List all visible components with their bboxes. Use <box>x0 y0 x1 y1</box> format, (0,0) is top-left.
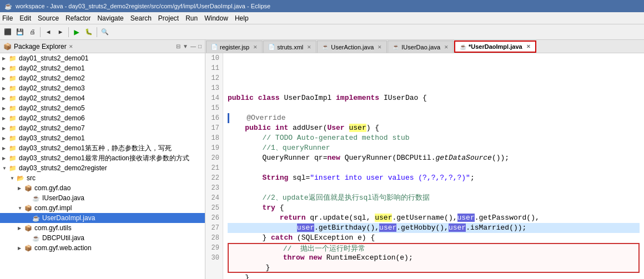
back-button[interactable]: ◀ <box>43 27 54 38</box>
tree-item[interactable]: ▶📁day02_struts2_demo4 <box>0 93 205 103</box>
tree-icon: 📦 <box>24 185 33 192</box>
menu-project[interactable]: Project <box>158 14 179 22</box>
save-button[interactable]: 💾 <box>14 27 26 38</box>
tree-label: com.gyf.dao <box>34 184 71 192</box>
tree-item[interactable]: ▶📦com.gyf.utils <box>0 223 205 233</box>
tree-item[interactable]: ▶📁day02_struts2_demo3 <box>0 83 205 93</box>
pe-tree: ▶📁day01_struts2_demo01▶📁day02_struts2_de… <box>0 53 205 279</box>
line-number: 17 <box>209 123 219 133</box>
tab-close[interactable]: ✕ <box>307 44 311 50</box>
tab-register_jsp[interactable]: 📄register.jsp✕ <box>206 40 263 53</box>
tab-UserAction_java[interactable]: ☕UserAction.java✕ <box>317 40 387 53</box>
debug-button[interactable]: 🐛 <box>83 27 94 38</box>
line-number: 18 <box>209 133 219 143</box>
menu-help[interactable]: Help <box>235 14 249 22</box>
tree-label: com.gyf.utils <box>34 224 72 232</box>
tree-item[interactable]: ▶📁day02_struts2_demo5 <box>0 103 205 113</box>
tree-item[interactable]: ▶📁day01_struts2_demo01 <box>0 53 205 63</box>
run-button[interactable]: ▶ <box>71 27 82 38</box>
tree-label: day02_struts2_demo4 <box>19 94 85 102</box>
menu-refactor[interactable]: Refactor <box>66 14 90 22</box>
pe-max-icon[interactable]: □ <box>198 43 202 49</box>
line-number: 12 <box>209 73 219 83</box>
tree-label: day03_struts2_demo1最常用的action接收请求参数的方式 <box>19 154 189 163</box>
code-line: String sql="insert into user values (?,?… <box>228 173 640 183</box>
code-line: return qr.update(sql, user.getUsername()… <box>228 213 640 223</box>
print-button[interactable]: 🖨 <box>27 27 38 38</box>
tree-item[interactable]: ▶📁day02_struts2_demo2 <box>0 73 205 83</box>
tree-icon: 📁 <box>9 75 18 82</box>
toolbar: ⬛ 💾 🖨 ◀ ▶ ▶ 🐛 🔍 <box>0 24 644 40</box>
tree-label: day03_struts2_demo1 <box>19 134 85 142</box>
line-number: 11 <box>209 63 219 73</box>
code-line: //2、update返回值就是执行sql语句影响的行数据 <box>228 193 640 203</box>
tree-label: day03_struts2_demo1第五种，静态参数注入，写死 <box>19 144 172 153</box>
tree-arrow: ▼ <box>10 176 17 181</box>
pe-header-right: ⊟ ▼ — □ <box>176 43 202 49</box>
pe-icon: 📦 <box>3 43 12 50</box>
tree-icon: 📁 <box>9 135 18 142</box>
search-button[interactable]: 🔍 <box>99 27 110 38</box>
code-line: user.getBirthday(),user.getHobby(),user.… <box>228 223 640 233</box>
tree-icon: 📂 <box>17 175 26 182</box>
menu-search[interactable]: Search <box>130 14 152 22</box>
tree-item[interactable]: ☕IUserDao.java <box>0 193 205 203</box>
line-number: 27 <box>209 223 219 233</box>
tree-item[interactable]: ☕UserDaoImpl.java <box>0 213 205 223</box>
tab-close[interactable]: ✕ <box>526 44 531 49</box>
line-number: 14 <box>209 93 219 103</box>
fwd-button[interactable]: ▶ <box>55 27 66 38</box>
line-number: 28 <box>209 233 219 243</box>
sep2 <box>68 27 69 37</box>
tree-item[interactable]: ▶📦com.gyf.dao <box>0 183 205 193</box>
tree-item[interactable]: ▶📁day03_struts2_demo1最常用的action接收请求参数的方式 <box>0 153 205 163</box>
code-line <box>228 83 640 93</box>
tree-icon: ☕ <box>32 215 41 222</box>
menu-source[interactable]: Source <box>38 14 59 22</box>
line-number: 20 <box>209 153 219 163</box>
code-line: @Override <box>228 113 640 123</box>
tree-label: com.gyf.impl <box>34 204 72 212</box>
tab-_UserDaoImpl_java[interactable]: ☕*UserDaoImpl.java✕ <box>454 40 536 53</box>
menu-window[interactable]: Window <box>204 14 228 22</box>
line-number: 19 <box>209 143 219 153</box>
menu-navigate[interactable]: Navigate <box>97 14 123 22</box>
tree-item[interactable]: ☕DBCPUtil.java <box>0 233 205 243</box>
tree-arrow: ▶ <box>2 136 9 141</box>
tab-close[interactable]: ✕ <box>253 44 258 50</box>
tree-arrow: ▶ <box>2 96 9 101</box>
title-bar: ☕ workspace - Java - day03_struts2_demo2… <box>0 0 644 12</box>
tree-item[interactable]: ▶📁day02_struts2_demo1 <box>0 63 205 73</box>
tab-close[interactable]: ✕ <box>378 44 382 50</box>
pe-min-icon[interactable]: — <box>190 43 196 49</box>
code-line: public int addUser(User user) { <box>228 123 640 133</box>
new-button[interactable]: ⬛ <box>2 27 13 38</box>
menu-run[interactable]: Run <box>185 14 198 22</box>
pe-collapse-icon[interactable]: ⊟ <box>176 43 180 49</box>
tree-label: src <box>27 174 36 182</box>
tab-label: IUserDao.java <box>401 44 440 50</box>
line-number: 26 <box>209 213 219 223</box>
line-numbers: 1011121314151617181920212223242526272829… <box>205 53 223 279</box>
tree-label: UserDaoImpl.java <box>42 214 95 222</box>
tree-icon: 📁 <box>9 95 18 102</box>
tab-icon: 📄 <box>268 44 275 50</box>
tree-item[interactable]: ▼📂src <box>0 173 205 183</box>
tab-IUserDao_java[interactable]: ☕IUserDao.java✕ <box>388 40 454 53</box>
tab-struts_xml[interactable]: 📄struts.xml✕ <box>263 40 316 53</box>
code-editor[interactable]: 1011121314151617181920212223242526272829… <box>205 53 644 279</box>
tree-icon: 📁 <box>9 145 18 152</box>
pe-menu-icon[interactable]: ▼ <box>183 43 188 49</box>
menu-file[interactable]: File <box>2 14 13 22</box>
tab-close[interactable]: ✕ <box>444 44 449 50</box>
tree-item[interactable]: ▶📁day03_struts2_demo1 <box>0 133 205 143</box>
menu-edit[interactable]: Edit <box>19 14 31 22</box>
tree-item[interactable]: ▶📁day02_struts2_demo7 <box>0 123 205 133</box>
tree-item[interactable]: ▶📁day03_struts2_demo1第五种，静态参数注入，写死 <box>0 143 205 153</box>
tree-icon: 📁 <box>9 85 18 92</box>
tree-item[interactable]: ▼📁day03_struts2_demo2register <box>0 163 205 173</box>
tree-item[interactable]: ▶📦com.gyf.web.action <box>0 243 205 253</box>
tree-item[interactable]: ▼📦com.gyf.impl <box>0 203 205 213</box>
tree-label: DBCPUtil.java <box>42 234 84 242</box>
tree-item[interactable]: ▶📁day02_struts2_demo6 <box>0 113 205 123</box>
